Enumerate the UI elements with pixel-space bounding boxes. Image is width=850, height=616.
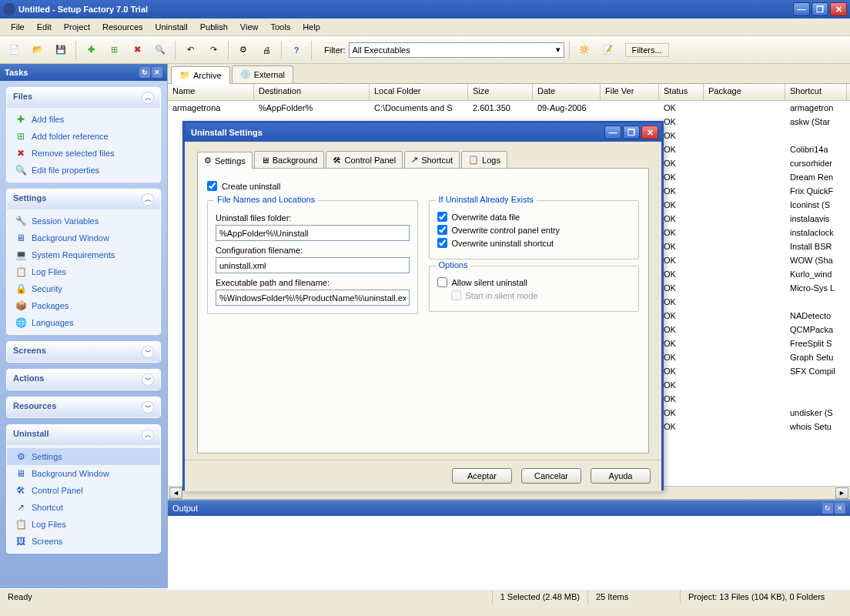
menu-resources[interactable]: Resources [98, 21, 148, 33]
overwrite-shortcut-checkbox[interactable]: Overwrite uninstall shortcut [437, 238, 631, 248]
filter-clear-icon[interactable]: 🔆 [574, 40, 594, 60]
ok-button[interactable]: Aceptar [452, 468, 512, 484]
delete-icon[interactable]: ✖ [127, 40, 147, 60]
expand-icon[interactable]: ﹀ [142, 373, 154, 386]
create-uninstall-checkbox[interactable]: Create uninstall [207, 181, 639, 191]
config-filename-input[interactable] [216, 257, 410, 273]
redo-icon[interactable]: ↷ [203, 40, 223, 60]
sidebar-item-packages[interactable]: 📦Packages [7, 297, 160, 314]
menu-file[interactable]: File [6, 21, 29, 33]
panel-uninstall-header[interactable]: Uninstall︿ [7, 425, 160, 445]
output-close-icon[interactable]: ✕ [835, 503, 845, 514]
window-icon: 🖥 [15, 232, 27, 244]
menu-tools[interactable]: Tools [266, 21, 295, 33]
search-icon[interactable]: 🔍 [150, 40, 170, 60]
dialog-minimize-button[interactable]: — [604, 126, 621, 139]
menu-publish[interactable]: Publish [196, 21, 233, 33]
menu-project[interactable]: Project [59, 21, 95, 33]
sidebar-item-log-files[interactable]: 📋Log Files [7, 263, 160, 280]
sidebar-item-edit-props[interactable]: 🔍Edit file properties [7, 162, 160, 179]
panel-screens-header[interactable]: Screens﹀ [7, 342, 160, 362]
menu-edit[interactable]: Edit [32, 21, 56, 33]
expand-icon[interactable]: ﹀ [142, 401, 154, 413]
filter-select[interactable]: All Executables ▾ [349, 42, 564, 58]
collapse-icon[interactable]: ︿ [142, 92, 154, 104]
sidebar-item-security[interactable]: 🔒Security [7, 280, 160, 297]
close-button[interactable]: ✕ [830, 2, 847, 16]
scroll-right-icon[interactable]: ► [835, 487, 848, 499]
tasks-close-icon[interactable]: ✕ [152, 67, 162, 78]
filter-edit-icon[interactable]: 📝 [597, 40, 617, 60]
help-icon[interactable]: ? [286, 40, 306, 60]
filters-button[interactable]: Filters... [625, 43, 669, 57]
tab-settings[interactable]: ⚙Settings [197, 152, 253, 169]
sidebar-item-uninstall-settings[interactable]: ⚙Settings [7, 448, 160, 465]
col-destination[interactable]: Destination [254, 84, 370, 100]
collapse-icon[interactable]: ︿ [142, 429, 154, 441]
table-header: Name Destination Local Folder Size Date … [168, 84, 850, 101]
tab-archive[interactable]: 📁Archive [171, 66, 230, 84]
col-status[interactable]: Status [659, 84, 704, 100]
undo-icon[interactable]: ↶ [180, 40, 200, 60]
col-shortcut[interactable]: Shortcut [785, 84, 847, 100]
dialog-maximize-button[interactable]: ❐ [623, 126, 640, 139]
maximize-button[interactable]: ❐ [812, 2, 828, 16]
menu-help[interactable]: Help [298, 21, 325, 33]
sidebar-item-uninstall-shortcut[interactable]: ↗Shortcut [7, 499, 160, 516]
tab-external[interactable]: 💿External [232, 65, 293, 83]
sidebar-item-uninstall-cp[interactable]: 🛠Control Panel [7, 482, 160, 499]
table-row[interactable]: armagetrona%AppFolder%C:\Documents and S… [168, 101, 850, 115]
panel-files: Files︿ ✚Add files ⊞Add folder reference … [6, 87, 161, 182]
menu-uninstall[interactable]: Uninstall [151, 21, 192, 33]
uninstall-folder-input[interactable] [216, 225, 410, 241]
minimize-button[interactable]: — [793, 2, 810, 16]
col-file-ver[interactable]: File Ver [601, 84, 659, 100]
disc-icon: 💿 [240, 69, 251, 80]
open-icon[interactable]: 📂 [28, 40, 48, 60]
sidebar-item-session-vars[interactable]: 🔧Session Variables [7, 213, 160, 229]
col-size[interactable]: Size [468, 84, 533, 100]
sidebar-item-uninstall-logs[interactable]: 📋Log Files [7, 516, 160, 533]
build-icon[interactable]: ⚙ [233, 40, 253, 60]
tasks-refresh-icon[interactable]: ↻ [139, 67, 150, 78]
sidebar-item-bg-window[interactable]: 🖥Background Window [7, 229, 160, 246]
sidebar-item-uninstall-bg[interactable]: 🖥Background Window [7, 465, 160, 482]
panel-resources-header[interactable]: Resources﹀ [7, 397, 160, 417]
overwrite-data-checkbox[interactable]: Overwrite data file [437, 212, 631, 222]
cancel-button[interactable]: Cancelar [521, 468, 581, 484]
sidebar-item-remove-files[interactable]: ✖Remove selected files [7, 145, 160, 162]
menu-view[interactable]: View [236, 21, 263, 33]
output-refresh-icon[interactable]: ↻ [822, 503, 833, 514]
col-name[interactable]: Name [168, 84, 254, 100]
exe-path-input[interactable] [216, 290, 410, 306]
dialog-close-button[interactable]: ✕ [641, 126, 658, 139]
sidebar-item-add-files[interactable]: ✚Add files [7, 111, 160, 128]
sidebar-item-uninstall-screens[interactable]: 🖼Screens [7, 533, 160, 550]
add-icon[interactable]: ✚ [81, 40, 101, 60]
save-icon[interactable]: 💾 [51, 40, 71, 60]
publish-icon[interactable]: 🖨 [256, 40, 276, 60]
expand-icon[interactable]: ﹀ [142, 346, 154, 358]
sidebar-item-languages[interactable]: 🌐Languages [7, 314, 160, 331]
sidebar-item-sys-req[interactable]: 💻System Requirements [7, 246, 160, 263]
col-local-folder[interactable]: Local Folder [370, 84, 468, 100]
tab-shortcut[interactable]: ↗Shortcut [404, 151, 460, 168]
panel-files-header[interactable]: Files︿ [7, 88, 160, 108]
options-group: Options Allow silent uninstall Start in … [429, 266, 640, 312]
sidebar-item-add-folder[interactable]: ⊞Add folder reference [7, 128, 160, 145]
help-button[interactable]: Ayuda [591, 468, 651, 484]
add-folder-icon[interactable]: ⊞ [104, 40, 124, 60]
status-items: 25 Items [588, 589, 681, 604]
col-date[interactable]: Date [533, 84, 601, 100]
overwrite-cp-checkbox[interactable]: Overwrite control panel entry [437, 225, 631, 235]
tab-control-panel[interactable]: 🛠Control Panel [326, 151, 403, 168]
col-package[interactable]: Package [704, 84, 785, 100]
allow-silent-checkbox[interactable]: Allow silent uninstall [437, 277, 631, 287]
new-project-icon[interactable]: 📄 [5, 40, 25, 60]
tab-background[interactable]: 🖥Background [254, 151, 325, 168]
panel-actions-header[interactable]: Actions﹀ [7, 370, 160, 390]
collapse-icon[interactable]: ︿ [142, 193, 154, 206]
panel-settings-header[interactable]: Settings︿ [7, 189, 160, 209]
scroll-left-icon[interactable]: ◄ [169, 487, 182, 499]
tab-logs[interactable]: 📋Logs [461, 151, 507, 168]
